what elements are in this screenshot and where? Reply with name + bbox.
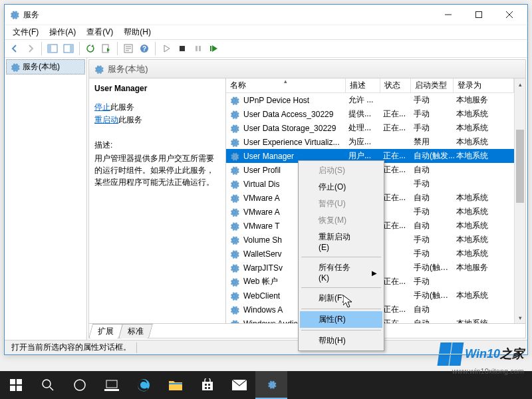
- svg-rect-14: [17, 379, 22, 384]
- close-button[interactable]: [494, 5, 525, 25]
- explorer-button[interactable]: [160, 371, 192, 399]
- menu-separator: [301, 287, 381, 288]
- show-hide-button[interactable]: [45, 41, 60, 56]
- taskbar[interactable]: [0, 371, 532, 399]
- svg-point-17: [43, 380, 51, 388]
- menu-item[interactable]: 帮助(H): [300, 332, 382, 349]
- desc-label: 描述:: [94, 140, 220, 151]
- restart-link[interactable]: 重启动: [94, 115, 118, 124]
- gear-icon: [229, 207, 239, 217]
- cell-desc: 允许 ...: [346, 94, 380, 106]
- export-button[interactable]: [99, 41, 114, 56]
- menu-file[interactable]: 文件(F): [7, 25, 44, 39]
- svg-rect-13: [10, 379, 15, 384]
- cell-startup: 手动(触发...: [411, 290, 454, 301]
- menu-item[interactable]: 所有任务(K)▶: [300, 259, 382, 285]
- maximize-button[interactable]: [464, 5, 494, 25]
- cell-name: User Data Access_30229: [241, 110, 346, 119]
- stop-service-button[interactable]: [175, 41, 190, 56]
- scroll-thumb[interactable]: [516, 130, 524, 203]
- menu-action[interactable]: 操作(A): [44, 25, 81, 39]
- start-service-button[interactable]: [159, 41, 174, 56]
- cell-status: 正在...: [380, 304, 411, 315]
- minimize-button[interactable]: [433, 5, 464, 25]
- tab-standard[interactable]: 标准: [118, 324, 153, 338]
- cell-status: 正在...: [380, 318, 411, 323]
- scroll-up-button[interactable]: ▴: [515, 78, 525, 90]
- cell-logon: 本地系统: [454, 108, 514, 120]
- svg-rect-26: [208, 387, 210, 389]
- service-row[interactable]: UPnP Device Host 允许 ... 手动 本地服务: [226, 93, 514, 107]
- cell-name: User Experience Virtualiz...: [241, 138, 346, 147]
- tree-pane[interactable]: 服务(本地): [5, 58, 87, 340]
- cell-logon: 本地系统: [454, 192, 514, 203]
- start-button[interactable]: [0, 371, 32, 399]
- menu-item[interactable]: 属性(R): [300, 311, 382, 328]
- menubar: 文件(F) 操作(A) 查看(V) 帮助(H): [5, 25, 527, 39]
- col-desc[interactable]: 描述: [346, 78, 380, 92]
- col-logon[interactable]: 登录为: [454, 78, 514, 92]
- restart-service-button[interactable]: [207, 41, 221, 56]
- cell-logon: 本地系统: [454, 220, 514, 231]
- menu-item: 暂停(U): [300, 196, 382, 212]
- panel-title: 服务(本地): [108, 63, 148, 75]
- svg-rect-12: [210, 46, 211, 51]
- cell-startup: 自动: [411, 192, 454, 203]
- submenu-arrow-icon: ▶: [372, 269, 377, 276]
- pause-service-button[interactable]: [191, 41, 205, 56]
- gear-icon: [229, 95, 239, 106]
- service-row[interactable]: User Data Storage_30229 处理... 正在... 手动 本…: [226, 121, 514, 135]
- services-icon: [9, 9, 19, 20]
- menu-item[interactable]: 刷新(F): [300, 290, 382, 307]
- cell-startup: 手动: [411, 276, 454, 287]
- cell-name: User Manager: [241, 152, 346, 161]
- svg-rect-4: [70, 45, 73, 53]
- help-button[interactable]: ?: [137, 41, 152, 56]
- menu-view[interactable]: 查看(V): [81, 25, 118, 39]
- gear-icon: [229, 291, 239, 301]
- svg-rect-9: [180, 46, 185, 51]
- service-row[interactable]: User Data Access_30229 提供... 正在... 手动 本地…: [226, 107, 514, 121]
- refresh-button[interactable]: [83, 41, 98, 56]
- services-taskbar-button[interactable]: [255, 371, 287, 399]
- col-name[interactable]: 名称▴: [226, 78, 346, 92]
- menu-item: 启动(S): [300, 162, 382, 179]
- scroll-track[interactable]: [515, 90, 525, 312]
- cell-name: User Data Storage_30229: [241, 124, 346, 133]
- cortana-button[interactable]: [64, 371, 96, 399]
- back-button[interactable]: [7, 41, 22, 56]
- edge-button[interactable]: [128, 371, 160, 399]
- store-button[interactable]: [192, 371, 223, 399]
- titlebar[interactable]: 服务: [5, 5, 527, 25]
- list-header: 名称▴ 描述 状态 启动类型 登录为: [226, 78, 514, 93]
- separator: [155, 42, 156, 55]
- menu-help[interactable]: 帮助(H): [118, 25, 156, 39]
- menu-item[interactable]: 重新启动(E): [300, 229, 382, 255]
- scroll-down-button[interactable]: ▾: [515, 312, 525, 323]
- detail-links: 停止此服务 重启动此服务: [94, 101, 220, 126]
- menu-item[interactable]: 停止(O): [300, 179, 382, 196]
- svg-rect-20: [104, 389, 119, 391]
- forward-button[interactable]: [23, 41, 38, 56]
- tab-extended[interactable]: 扩展: [88, 324, 123, 338]
- toolbar: ?: [5, 39, 527, 58]
- cell-startup: 手动: [411, 94, 454, 106]
- task-view-button[interactable]: [96, 371, 128, 399]
- col-startup[interactable]: 启动类型: [411, 78, 454, 92]
- scrollbar[interactable]: ▴ ▾: [514, 78, 525, 323]
- stop-link[interactable]: 停止: [94, 102, 110, 112]
- properties-button[interactable]: [121, 41, 136, 56]
- details-button[interactable]: [61, 41, 76, 56]
- service-row[interactable]: User Experience Virtualiz... 为应... 禁用 本地…: [226, 135, 514, 149]
- context-menu[interactable]: 启动(S)停止(O)暂停(U)恢复(M)重新启动(E)所有任务(K)▶刷新(F)…: [298, 160, 384, 351]
- mail-button[interactable]: [223, 371, 255, 399]
- search-button[interactable]: [32, 371, 64, 399]
- cell-logon: 本地系统: [454, 318, 514, 323]
- cell-startup: 自动: [411, 318, 454, 323]
- svg-rect-15: [10, 386, 15, 391]
- col-status[interactable]: 状态: [380, 78, 411, 92]
- menu-item: 恢复(M): [300, 212, 382, 229]
- tree-node-services-local[interactable]: 服务(本地): [6, 59, 85, 74]
- cell-status: 正在...: [380, 276, 411, 287]
- cell-logon: 本地服务: [454, 262, 514, 273]
